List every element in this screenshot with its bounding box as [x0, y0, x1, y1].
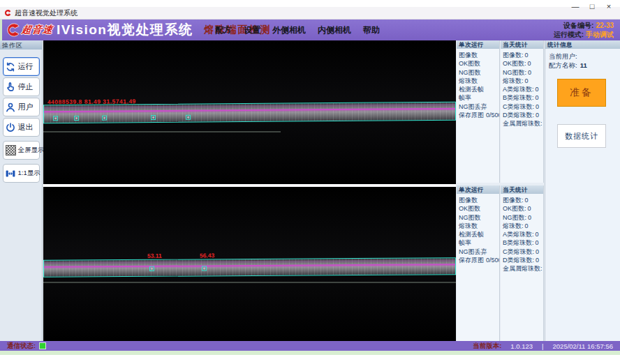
stat-label: 帧率: [459, 94, 471, 101]
menu-recipe[interactable]: 配方: [215, 24, 232, 36]
save-count: 0/500: [486, 257, 499, 264]
stat-value: 0: [536, 86, 539, 93]
stat-row: 金属屑熔珠数:0: [501, 264, 543, 273]
stat-label: OK图数:: [503, 60, 526, 67]
metal-strip-overlay: 53.11 56.43: [43, 257, 456, 278]
stat-row: NG图数:0: [501, 68, 543, 77]
app-title: IVision视觉处理系统: [57, 21, 193, 39]
sidebar-buttons: 运行 停止 用户: [0, 50, 42, 183]
single-run-column: 单次运行 图像数OK图数NG图数熔珠数检测丢帧帧率NG图丢弃 保存原图0/500: [457, 40, 500, 183]
device-id-label: 设备编号:: [563, 22, 593, 29]
comm-status-label: 通信状态:: [7, 342, 36, 351]
prepare-button[interactable]: 准备: [557, 79, 606, 107]
app-logo-icon: [4, 9, 12, 17]
defect-box: [102, 116, 107, 121]
edge-line-overlay: [44, 108, 455, 113]
one-to-one-button[interactable]: 1:1显示: [3, 164, 40, 183]
statistics-info-panel: 统计信息 当前用户: 配方名称:11 准备 数据统计: [545, 40, 620, 341]
main-menu: 配方 设置 外侧相机 内侧相机 帮助: [215, 20, 380, 40]
stat-label: B类熔珠数:: [503, 239, 534, 246]
stat-label: NG图丢弃: [459, 248, 487, 255]
menu-help[interactable]: 帮助: [363, 24, 380, 36]
fullscreen-button[interactable]: 全屏显示: [3, 141, 40, 160]
desktop-background: [0, 351, 620, 355]
user-button[interactable]: 用户: [3, 98, 40, 116]
stat-row: 图像数:0: [501, 196, 543, 204]
stats-panel-top: 单次运行 图像数OK图数NG图数熔珠数检测丢帧帧率NG图丢弃 保存原图0/500…: [457, 40, 544, 183]
defect-box: [202, 266, 207, 271]
stat-label: NG图数:: [503, 214, 526, 221]
stat-row: NG图数:0: [501, 213, 543, 222]
menu-settings[interactable]: 设置: [244, 24, 260, 36]
stat-value: 0: [536, 248, 539, 255]
one-to-one-icon: [5, 167, 17, 179]
exit-button[interactable]: 退出: [3, 118, 40, 137]
stat-value: 0: [536, 231, 539, 238]
run-icon: [5, 61, 17, 73]
sidebar-title: 操作区: [0, 40, 42, 50]
stat-label: D类熔珠数:: [503, 257, 534, 264]
stat-label: NG图数: [459, 69, 481, 76]
window-controls: — □ ×: [567, 0, 617, 13]
daily-stats-header: 当天统计: [501, 40, 543, 49]
recipe-name-value: 11: [580, 61, 587, 69]
stat-label: 熔珠数:: [503, 222, 524, 229]
datetime: 2025/02/11 16:57:56: [553, 342, 613, 350]
stat-label: 帧率: [459, 239, 471, 246]
minimize-button[interactable]: —: [567, 0, 584, 13]
stat-label: 检测丢帧: [459, 86, 484, 93]
user-label: 用户: [18, 102, 34, 112]
stat-row: D类熔珠数:0: [501, 111, 543, 119]
metal-strip-overlay: 44088539.8 81.49 31.5741.49: [43, 102, 456, 124]
menu-outer-camera[interactable]: 外侧相机: [272, 24, 306, 36]
save-image-row: 保存原图0/500: [457, 111, 499, 119]
defect-box: [53, 116, 58, 121]
maximize-button[interactable]: □: [584, 0, 600, 13]
stat-row: 帧率: [457, 93, 499, 102]
stat-row: 金属屑熔珠数:0: [501, 119, 543, 128]
stat-row: NG图丢弃: [457, 103, 499, 111]
os-titlebar: 超音速视觉处理系统: [0, 7, 620, 20]
stat-value: 0: [525, 52, 529, 59]
stat-row: OK图数:0: [501, 59, 543, 68]
stat-label: OK图数: [459, 205, 480, 212]
measurement-annotation: 56.43: [200, 252, 214, 259]
save-image-row: 保存原图0/500: [457, 256, 499, 264]
strip-reflection: [43, 282, 456, 283]
stat-row: 图像数: [457, 196, 499, 204]
run-mode-label: 运行模式:: [554, 31, 584, 38]
stat-value: 0: [536, 103, 539, 110]
one-to-one-label: 1:1显示: [18, 169, 40, 178]
exit-label: 退出: [18, 122, 34, 132]
main-area: 操作区 运行 停止: [0, 40, 620, 341]
stat-value: 0: [525, 222, 529, 229]
user-icon: [5, 101, 17, 113]
brand-swoosh-icon: [6, 22, 21, 38]
version-value: 1.0.123: [510, 342, 533, 350]
device-id-value: 22-33: [596, 22, 614, 29]
stat-value: 0: [528, 60, 531, 67]
stat-label: A类熔珠数:: [503, 231, 534, 238]
stat-label: 图像数:: [503, 197, 524, 204]
stat-label: 检测丢帧: [459, 231, 484, 238]
run-button[interactable]: 运行: [3, 57, 40, 76]
status-bar: 通信状态: 当前版本: 1.0.123 | 2025/02/11 16:57:5…: [0, 341, 620, 351]
stat-value: 0: [536, 112, 539, 119]
stat-label: OK图数: [459, 60, 480, 67]
stat-label: 图像数: [459, 52, 478, 59]
stop-button[interactable]: 停止: [3, 77, 40, 96]
stat-value: 0: [536, 239, 539, 246]
menu-inner-camera[interactable]: 内侧相机: [318, 24, 351, 36]
data-statistics-button[interactable]: 数据统计: [557, 124, 606, 148]
close-button[interactable]: ×: [600, 0, 617, 13]
stat-label: 熔珠数: [459, 77, 478, 84]
info-panel-header: 统计信息: [545, 40, 620, 49]
save-count: 0/500: [486, 112, 499, 119]
stat-label: 金属屑熔珠数:: [503, 120, 542, 127]
stat-row: 熔珠数:0: [501, 222, 543, 230]
measurement-annotation: 53.11: [147, 252, 162, 259]
measurement-annotation: 44088539.8 81.49 31.5741.49: [47, 98, 136, 105]
stat-value: 0: [528, 69, 531, 76]
stat-row: NG图数: [457, 68, 499, 77]
stat-label: NG图数:: [503, 69, 526, 76]
